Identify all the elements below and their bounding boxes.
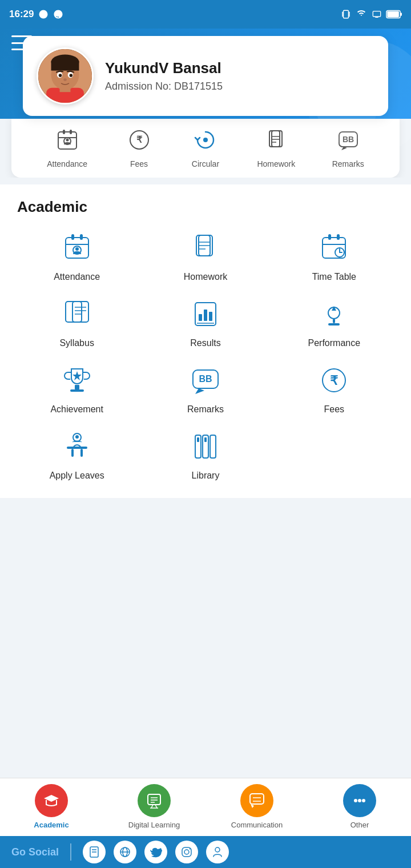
fees-grid-label: Fees xyxy=(324,404,345,415)
timetable-grid-icon xyxy=(316,230,352,266)
globe-social-icon xyxy=(119,846,131,858)
social-divider xyxy=(70,843,71,861)
avatar-image xyxy=(38,47,92,105)
grid-item-performance[interactable]: Performance xyxy=(275,296,394,348)
svg-rect-13 xyxy=(51,61,79,71)
nav-other-icon-wrap xyxy=(343,784,376,817)
nav-digital-label: Digital Learning xyxy=(128,821,180,829)
svg-point-24 xyxy=(66,139,68,142)
nav-other-label: Other xyxy=(350,821,369,829)
svg-rect-20 xyxy=(63,130,65,134)
applyleaves-grid-label: Apply Leaves xyxy=(50,471,104,481)
svg-rect-29 xyxy=(272,131,280,147)
book-social-icon xyxy=(88,846,100,858)
svg-point-103 xyxy=(215,847,220,852)
social-twitter-btn[interactable] xyxy=(144,841,167,863)
app-icon-2 xyxy=(53,9,63,19)
academic-nav-icon xyxy=(43,792,60,809)
academic-title: Academic xyxy=(17,198,394,216)
grid-item-timetable[interactable]: Time Table xyxy=(275,230,394,282)
nav-digitallearning[interactable]: Digital Learning xyxy=(103,784,206,829)
bottom-navigation: Academic Digital Learning Communication xyxy=(0,778,411,836)
svg-rect-50 xyxy=(337,234,340,240)
nav-academic[interactable]: Academic xyxy=(0,784,103,829)
homework-grid-label: Homework xyxy=(184,272,227,282)
go-social-label: Go Social xyxy=(11,846,59,858)
grid-item-syllabus[interactable]: Syllabus xyxy=(17,296,136,348)
svg-rect-1 xyxy=(342,12,343,17)
svg-rect-85 xyxy=(148,794,160,805)
grid-item-applyleaves[interactable]: Apply Leaves xyxy=(17,428,136,481)
person-social-icon xyxy=(211,846,224,858)
social-person-btn[interactable] xyxy=(206,841,229,863)
social-icons-row xyxy=(83,841,229,863)
vibrate-icon xyxy=(340,9,352,19)
svg-point-102 xyxy=(190,849,191,850)
grid-item-results[interactable]: Results xyxy=(146,296,265,348)
svg-rect-79 xyxy=(80,449,83,457)
svg-rect-49 xyxy=(328,234,331,240)
remarks-grid-label: Remarks xyxy=(187,404,224,415)
attendance-grid-label: Attendance xyxy=(54,272,100,282)
svg-rect-77 xyxy=(67,447,87,449)
svg-rect-21 xyxy=(70,130,72,134)
svg-point-18 xyxy=(63,78,67,81)
svg-rect-61 xyxy=(204,310,207,321)
svg-rect-4 xyxy=(373,11,380,17)
social-instagram-btn[interactable] xyxy=(175,841,198,863)
svg-rect-68 xyxy=(70,389,84,392)
quick-action-circular[interactable]: Circular xyxy=(191,125,220,168)
time-display: 16:29 xyxy=(9,9,34,20)
app-icon-1 xyxy=(38,9,49,19)
svg-marker-69 xyxy=(72,371,82,380)
svg-rect-7 xyxy=(400,13,402,16)
grid-item-library[interactable]: Library xyxy=(146,428,265,481)
wifi-icon xyxy=(355,10,368,19)
academic-grid: Attendance Homework xyxy=(17,230,394,481)
results-grid-label: Results xyxy=(190,338,220,348)
svg-rect-62 xyxy=(209,312,212,321)
svg-point-91 xyxy=(354,799,357,802)
profile-info: YukundV Bansal Admission No: DB171515 xyxy=(105,59,374,93)
fees-grid-icon: ₹ xyxy=(316,362,352,399)
nav-other[interactable]: Other xyxy=(308,784,411,829)
grid-item-attendance[interactable]: Attendance xyxy=(17,230,136,282)
instagram-social-icon xyxy=(180,846,193,858)
timetable-grid-label: Time Table xyxy=(312,272,356,282)
svg-rect-60 xyxy=(199,314,202,321)
grid-item-achievement[interactable]: Achievement xyxy=(17,362,136,415)
performance-grid-icon xyxy=(316,296,352,332)
quick-action-attendance[interactable]: Attendance xyxy=(47,125,87,168)
battery-icon xyxy=(386,10,402,19)
grid-item-homework[interactable]: Homework xyxy=(146,230,265,282)
svg-rect-67 xyxy=(75,385,79,389)
svg-text:₹: ₹ xyxy=(136,135,143,144)
svg-rect-6 xyxy=(387,11,399,17)
applyleaves-grid-icon xyxy=(59,428,95,465)
svg-point-27 xyxy=(203,138,208,142)
profile-name: YukundV Bansal xyxy=(105,59,374,77)
svg-rect-65 xyxy=(333,319,335,323)
nav-comm-icon-wrap xyxy=(240,784,273,817)
social-book-btn[interactable] xyxy=(83,841,106,863)
homework-quick-label: Homework xyxy=(257,159,295,168)
quick-action-fees[interactable]: ₹ Fees xyxy=(124,125,154,168)
grid-item-remarks[interactable]: BB Remarks xyxy=(146,362,265,415)
fees-quick-label: Fees xyxy=(130,159,148,168)
digital-nav-icon xyxy=(146,792,163,809)
quick-action-homework[interactable]: Homework xyxy=(257,125,295,168)
other-nav-icon xyxy=(351,792,368,809)
nav-communication[interactable]: Communication xyxy=(206,784,308,829)
svg-rect-3 xyxy=(344,10,349,18)
svg-point-16 xyxy=(59,74,62,77)
svg-point-93 xyxy=(362,799,365,802)
grid-item-fees[interactable]: ₹ Fees xyxy=(275,362,394,415)
syllabus-grid-label: Syllabus xyxy=(59,338,94,348)
svg-text:BB: BB xyxy=(199,374,212,384)
svg-rect-66 xyxy=(328,323,340,326)
svg-rect-39 xyxy=(80,234,83,240)
nav-comm-label: Communication xyxy=(231,821,283,829)
svg-marker-72 xyxy=(195,388,204,394)
nav-academic-label: Academic xyxy=(34,821,68,829)
social-globe-btn[interactable] xyxy=(114,841,136,863)
